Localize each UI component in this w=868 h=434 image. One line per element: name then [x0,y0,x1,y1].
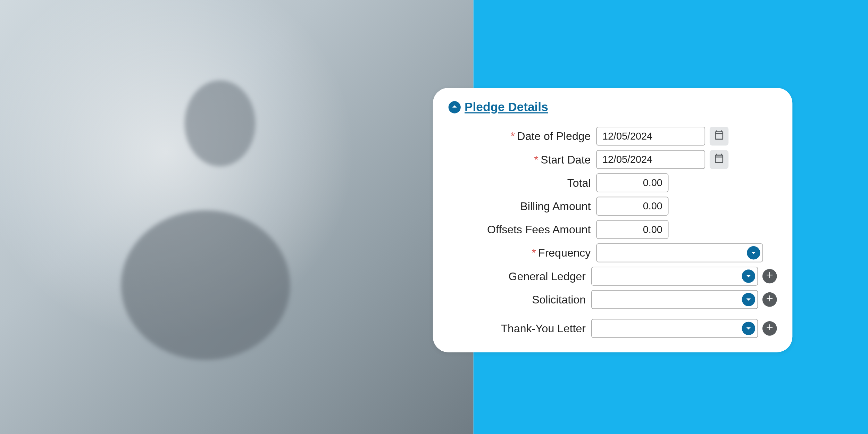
chevron-up-icon [451,102,458,112]
start-date-input[interactable] [596,150,705,169]
required-marker: * [534,153,538,165]
label-date-of-pledge: *Date of Pledge [449,130,591,143]
label-frequency: *Frequency [449,247,591,259]
label-text: General Ledger [508,270,585,282]
row-frequency: *Frequency [449,241,777,265]
row-total: Total [449,171,777,194]
row-billing-amount: Billing Amount [449,194,777,218]
chevron-down-icon [747,246,760,259]
row-general-ledger: General Ledger [449,265,777,288]
date-of-pledge-calendar-button[interactable] [710,127,728,145]
row-solicitation: Solicitation [449,288,777,311]
hero-photo [0,0,474,434]
start-date-calendar-button[interactable] [710,150,728,169]
thank-you-letter-select[interactable] [591,319,758,338]
frequency-select[interactable] [596,243,763,262]
row-thank-you-letter: Thank-You Letter [449,317,777,340]
label-text: Start Date [541,153,591,165]
row-offsets-fees: Offsets Fees Amount [449,218,777,241]
billing-amount-input[interactable] [596,197,668,216]
add-solicitation-button[interactable] [762,292,777,307]
row-start-date: *Start Date [449,148,777,171]
label-text: Solicitation [532,293,586,305]
offsets-fees-input[interactable] [596,220,668,239]
label-billing-amount: Billing Amount [449,200,591,212]
solicitation-select[interactable] [591,290,758,309]
label-start-date: *Start Date [449,153,591,166]
required-marker: * [532,247,536,259]
photo-silhouette [61,61,350,372]
add-thank-you-letter-button[interactable] [762,321,777,336]
general-ledger-select[interactable] [591,267,758,285]
label-text: Date of Pledge [517,130,591,142]
pledge-details-card: Pledge Details *Date of Pledge [433,88,793,352]
chevron-down-icon [742,322,755,335]
plus-icon [766,294,774,304]
collapse-button[interactable] [449,101,461,113]
label-total: Total [449,176,591,189]
total-input[interactable] [596,173,668,192]
chevron-down-icon [742,293,755,306]
plus-icon [766,271,774,281]
label-text: Total [567,176,591,189]
label-text: Offsets Fees Amount [487,223,591,235]
label-text: Billing Amount [520,200,591,212]
calendar-icon [713,153,725,166]
section-header: Pledge Details [449,100,777,115]
row-date-of-pledge: *Date of Pledge [449,125,777,148]
add-general-ledger-button[interactable] [762,269,777,284]
label-general-ledger: General Ledger [449,270,586,283]
label-offsets-fees: Offsets Fees Amount [449,223,591,236]
date-of-pledge-input[interactable] [596,127,705,145]
calendar-icon [713,130,725,143]
plus-icon [766,323,774,333]
label-thank-you-letter: Thank-You Letter [449,322,586,335]
chevron-down-icon [742,269,755,283]
label-text: Thank-You Letter [501,322,586,334]
section-title[interactable]: Pledge Details [465,100,548,115]
label-text: Frequency [538,247,591,259]
required-marker: * [511,130,515,142]
label-solicitation: Solicitation [449,293,586,306]
